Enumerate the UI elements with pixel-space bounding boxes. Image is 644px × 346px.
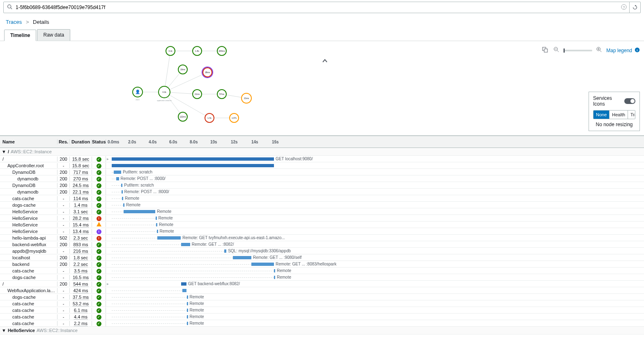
segment-row[interactable]: HelloService-3.1 sec✓Remote: [0, 208, 644, 215]
segment-row[interactable]: /20015.8 sec✓▸GET localhost:9080/: [0, 156, 644, 162]
map-node[interactable]: 👤client: [133, 87, 143, 101]
zoom-out-icon[interactable]: [552, 45, 561, 55]
timeline-bar[interactable]: [233, 256, 251, 259]
timeline-bar[interactable]: [187, 295, 188, 299]
collapse-group-icon[interactable]: ▼: [2, 328, 6, 333]
timeline-bar[interactable]: [157, 236, 181, 240]
service-map-svg[interactable]: 👤client4.1kapplication-instance4.1k1.8s2…: [123, 43, 263, 133]
segment-row[interactable]: backend-webflux200893 ms✓Remote: GET ...…: [0, 241, 644, 248]
segment-row[interactable]: appdb@mysqldb-216 ms✓SQL: mysql://mysqld…: [0, 248, 644, 254]
tab-raw-data[interactable]: Raw data: [37, 29, 70, 41]
map-node[interactable]: 1.07s: [230, 113, 239, 122]
segment-row[interactable]: HelloService-15.4 msRemote: [0, 221, 644, 228]
mode-none-button[interactable]: None: [593, 111, 610, 119]
segment-row[interactable]: dogs-cache-16.5 ms✓Remote: [0, 274, 644, 281]
segment-row[interactable]: DynamoDB200717 ms✓PutItem: scratch: [0, 169, 644, 175]
collapse-map-icon[interactable]: [322, 58, 328, 64]
segment-row[interactable]: HelloService-28.2 ms!Remote: [0, 215, 644, 221]
map-node[interactable]: 4.1k: [166, 46, 175, 55]
timeline-bar[interactable]: [274, 269, 275, 272]
timeline-bar[interactable]: [116, 177, 119, 180]
segment-row[interactable]: cats-cache-6.1 ms✓Remote: [0, 307, 644, 314]
fit-to-screen-icon[interactable]: [540, 45, 550, 55]
info-icon[interactable]: i: [635, 47, 640, 54]
map-node[interactable]: 4.1kapplication-instance: [157, 86, 172, 101]
timeline-bar[interactable]: [122, 197, 123, 200]
timeline-bar[interactable]: [112, 157, 274, 161]
timeline-bar[interactable]: [157, 230, 158, 233]
timeline-bar[interactable]: [187, 309, 188, 312]
map-node[interactable]: 122ms: [178, 112, 187, 121]
timeline-bar[interactable]: [121, 184, 122, 187]
trace-id-input[interactable]: [16, 5, 619, 10]
timeline-bar[interactable]: [251, 263, 274, 266]
timeline-bar-label: Remote: [190, 301, 204, 306]
segment-row[interactable]: WebfluxApplication.lambda-424 ms✓: [0, 287, 644, 294]
mode-health-button[interactable]: Health: [610, 111, 628, 119]
timeline-bar[interactable]: [112, 164, 274, 167]
segment-name: DynamoDB: [0, 170, 58, 175]
timeline-bar[interactable]: [187, 315, 188, 318]
timeline-bar[interactable]: [124, 210, 156, 213]
mode-traffic-button[interactable]: Traffic: [628, 111, 635, 119]
map-node[interactable]: 57ms: [217, 90, 226, 99]
segment-group-header[interactable]: ▼ HelloService AWS::EC2::Instance: [0, 327, 644, 334]
help-icon[interactable]: ?: [619, 4, 629, 11]
segment-group-header[interactable]: ▼ / AWS::EC2::Instance: [0, 148, 644, 156]
trace-search-bar[interactable]: ?: [3, 2, 641, 13]
segment-row[interactable]: hello-lambda-api5022.3 sec!Remote: GET t…: [0, 235, 644, 241]
timeline-bar[interactable]: [122, 190, 123, 194]
segment-row[interactable]: DynamoDB20024.5 ms✓PutItem: scratch: [0, 182, 644, 189]
segment-row[interactable]: HelloService-13.4 ms!Remote: [0, 228, 644, 235]
zoom-in-icon[interactable]: [595, 45, 604, 55]
timeline-bar[interactable]: [187, 302, 188, 305]
segment-status: ✓: [92, 301, 106, 307]
map-legend-link[interactable]: Map legend: [606, 48, 632, 53]
segment-timeline: Remote: [106, 221, 644, 228]
status-ok-icon: ✓: [97, 164, 101, 168]
segment-response: -: [58, 196, 70, 201]
timeline-bar[interactable]: [224, 249, 226, 253]
refresh-button[interactable]: [629, 2, 640, 13]
segment-response: 502: [58, 235, 70, 240]
timeline-bar[interactable]: [123, 203, 124, 207]
services-icons-toggle[interactable]: [624, 98, 635, 104]
timeline-bar[interactable]: [156, 223, 157, 226]
timeline-bar[interactable]: [187, 322, 188, 325]
segment-duration: 216 ms: [70, 249, 92, 254]
segment-row[interactable]: cats-cache-2.2 ms✓Remote: [0, 320, 644, 327]
status-ok-icon: ✓: [97, 157, 101, 162]
segment-row[interactable]: cats-cache-53.2 ms✓Remote: [0, 300, 644, 307]
timeline-bar[interactable]: [156, 217, 157, 220]
breadcrumb-traces-link[interactable]: Traces: [6, 19, 22, 25]
zoom-slider[interactable]: [564, 50, 592, 51]
svg-text:i: i: [637, 48, 637, 52]
timeline-bar[interactable]: [114, 171, 121, 174]
segment-row[interactable]: cats-cache-3.5 ms✓Remote: [0, 268, 644, 274]
timeline-bar[interactable]: [182, 289, 187, 292]
map-node[interactable]: 19ms: [178, 65, 187, 74]
segment-response: -: [58, 222, 70, 227]
segment-row[interactable]: dynamodb20022.1 ms✓Remote: POST ... :800…: [0, 189, 644, 195]
map-node[interactable]: 21ms: [242, 93, 251, 103]
map-node[interactable]: 1.8s: [193, 46, 202, 55]
segment-row[interactable]: backend2002.2 sec✓Remote: GET ... :8083/…: [0, 261, 644, 268]
tab-timeline[interactable]: Timeline: [4, 30, 36, 41]
segment-row[interactable]: dogs-cache-37.5 ms✓Remote: [0, 294, 644, 300]
map-node[interactable]: 200ms: [217, 46, 226, 55]
map-node[interactable]: 28ms: [202, 67, 213, 78]
segment-row[interactable]: /200544 ms✓▸GET backend-webflux:8082/: [0, 281, 644, 287]
segment-row[interactable]: dogs-cache-1.4 ms✓Remote: [0, 202, 644, 208]
segment-row[interactable]: localhost2001.8 sec✓Remote: GET ... :908…: [0, 254, 644, 261]
segment-row[interactable]: AppController.root-15.8 sec✓: [0, 162, 644, 169]
segment-row[interactable]: cats-cache-4.4 ms✓Remote: [0, 314, 644, 320]
map-node[interactable]: 21ms: [193, 90, 202, 99]
segment-timeline: SQL: mysql://mysqldb:3306/appdb: [106, 248, 644, 254]
timeline-bar[interactable]: [274, 276, 275, 279]
timeline-bar[interactable]: [181, 243, 190, 246]
collapse-group-icon[interactable]: ▼: [2, 149, 6, 154]
timeline-bar[interactable]: [181, 282, 187, 286]
map-node[interactable]: 1.4s: [205, 113, 214, 122]
segment-row[interactable]: cats-cache-114 ms✓Remote: [0, 195, 644, 202]
segment-row[interactable]: dynamodb200270 ms✓Remote: POST ... :8000…: [0, 175, 644, 182]
